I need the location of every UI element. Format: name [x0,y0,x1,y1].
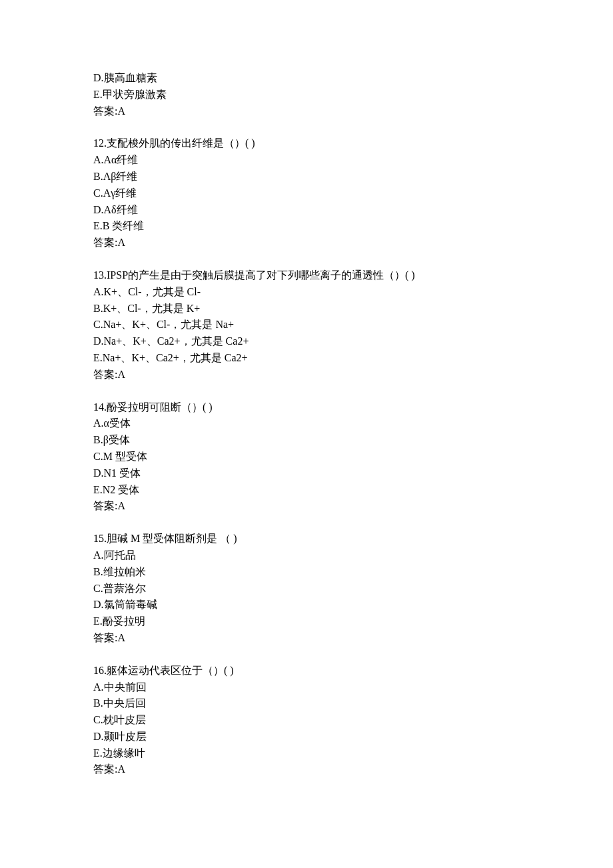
question-option: B.Aβ纤维 [93,169,613,185]
question-option: C.M 型受体 [93,449,613,465]
question-option: D.Na+、K+、Ca2+，尤其是 Ca2+ [93,333,613,350]
intro-line: D.胰高血糖素 [93,70,613,87]
question-option: A.中央前回 [93,679,613,696]
question-option: C.普萘洛尔 [93,581,613,597]
question-block-14: 14.酚妥拉明可阻断（）( ) A.α受体 B.β受体 C.M 型受体 D.N1… [93,399,613,515]
question-option: B.K+、Cl-，尤其是 K+ [93,301,613,317]
question-option: B.维拉帕米 [93,564,613,581]
question-option: A.阿托品 [93,547,613,564]
question-option: A.α受体 [93,415,613,432]
question-option: A.K+、Cl-，尤其是 Cl- [93,284,613,301]
question-option: B.中央后回 [93,695,613,712]
question-stem: 14.酚妥拉明可阻断（）( ) [93,399,613,416]
question-block-12: 12.支配梭外肌的传出纤维是（）( ) A.Aα纤维 B.Aβ纤维 C.Aγ纤维… [93,135,613,251]
question-option: B.β受体 [93,432,613,449]
question-answer: 答案:A [93,498,613,515]
question-stem: 16.躯体运动代表区位于（）( ) [93,663,613,679]
question-option: C.Na+、K+、Cl-，尤其是 Na+ [93,317,613,333]
question-option: E.B 类纤维 [93,218,613,235]
question-option: E.酚妥拉明 [93,613,613,630]
question-answer: 答案:A [93,367,613,383]
question-option: D.颞叶皮层 [93,729,613,745]
question-answer: 答案:A [93,235,613,251]
question-stem: 12.支配梭外肌的传出纤维是（）( ) [93,135,613,152]
question-stem: 13.IPSP的产生是由于突触后膜提高了对下列哪些离子的通透性（）( ) [93,267,613,284]
intro-block: D.胰高血糖素 E.甲状旁腺激素 答案:A [93,70,613,119]
question-block-13: 13.IPSP的产生是由于突触后膜提高了对下列哪些离子的通透性（）( ) A.K… [93,267,613,383]
question-answer: 答案:A [93,630,613,647]
question-option: D.Aδ纤维 [93,202,613,219]
intro-line: E.甲状旁腺激素 [93,87,613,103]
question-option: A.Aα纤维 [93,152,613,169]
question-option: C.Aγ纤维 [93,185,613,202]
question-option: C.枕叶皮层 [93,712,613,729]
question-answer: 答案:A [93,761,613,778]
question-option: E.N2 受体 [93,482,613,499]
question-block-16: 16.躯体运动代表区位于（）( ) A.中央前回 B.中央后回 C.枕叶皮层 D… [93,663,613,779]
question-option: D.N1 受体 [93,465,613,482]
question-option: E.边缘缘叶 [93,745,613,762]
intro-answer: 答案:A [93,103,613,120]
question-stem: 15.胆碱 M 型受体阻断剂是 （ ) [93,531,613,547]
question-block-15: 15.胆碱 M 型受体阻断剂是 （ ) A.阿托品 B.维拉帕米 C.普萘洛尔 … [93,531,613,647]
question-option: D.氯筒箭毒碱 [93,597,613,613]
question-option: E.Na+、K+、Ca2+，尤其是 Ca2+ [93,350,613,367]
